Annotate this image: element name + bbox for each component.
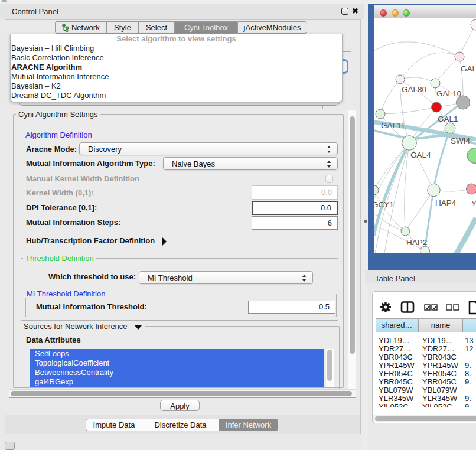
svg-text:GAL: GAL [461, 64, 476, 73]
svg-text:GAL10: GAL10 [436, 89, 461, 98]
svg-text:GCY1: GCY1 [374, 200, 394, 209]
svg-text:HAP2: HAP2 [406, 238, 427, 247]
svg-text:GAL11: GAL11 [381, 121, 405, 130]
svg-text:GAL1: GAL1 [438, 115, 458, 123]
svg-text:GAL4: GAL4 [410, 151, 431, 159]
svg-text:SWI4: SWI4 [451, 136, 470, 145]
svg-text:GAL80: GAL80 [402, 85, 426, 94]
svg-text:Y: Y [471, 199, 476, 208]
svg-text:HAP4: HAP4 [435, 198, 457, 207]
